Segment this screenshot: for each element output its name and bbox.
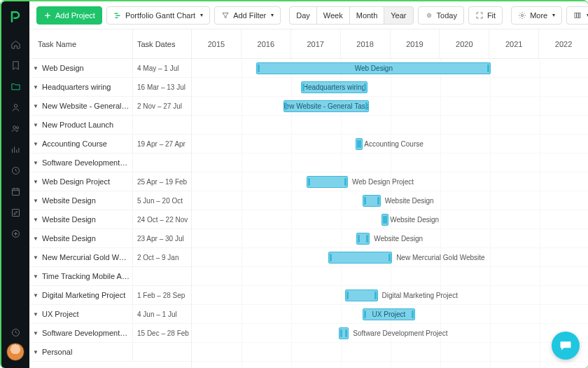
fit-icon — [475, 11, 484, 20]
gantt-bar-label: Website Design — [386, 210, 439, 229]
column-task-dates[interactable]: Task Dates — [132, 29, 191, 58]
expand-toggle[interactable]: ▼ — [29, 217, 42, 223]
gantt-row — [192, 154, 588, 172]
task-dates: 4 Jun – 1 Jul — [132, 305, 191, 323]
scale-week[interactable]: Week — [316, 6, 350, 25]
nav-calendar-icon[interactable] — [1, 181, 29, 202]
svg-point-13 — [522, 14, 524, 16]
nav-history-icon[interactable] — [1, 322, 29, 343]
task-row[interactable]: ▼Software Development Pro…15 Dec – 28 Fe… — [29, 324, 191, 343]
task-row[interactable]: ▼Digital Marketing Project1 Feb – 28 Sep — [29, 286, 191, 305]
expand-toggle[interactable]: ▼ — [29, 273, 42, 280]
sidebar — [1, 1, 29, 368]
year-2020: 2020 — [440, 29, 489, 58]
view-selector[interactable]: Portfolio Gantt Chart ▾ — [106, 6, 210, 25]
nav-bookmark-icon[interactable] — [1, 55, 29, 76]
expand-toggle[interactable]: ▼ — [29, 141, 42, 147]
gantt-row: UX Project — [192, 305, 588, 324]
today-button[interactable]: Today — [418, 6, 464, 25]
task-row[interactable]: ▼Website Design24 Oct – 22 Nov — [29, 210, 191, 229]
expand-toggle[interactable]: ▼ — [29, 198, 42, 204]
task-dates — [132, 267, 191, 285]
user-avatar[interactable] — [6, 343, 24, 361]
expand-toggle[interactable]: ▼ — [29, 311, 42, 318]
timeline-header: 20152016201720182019202020212022 — [192, 29, 588, 59]
layout-button[interactable]: ▾ — [566, 6, 588, 25]
task-row[interactable]: ▼Accounting Course19 Apr – 27 Apr — [29, 135, 191, 154]
gantt-chart[interactable]: 20152016201720182019202020212022 Web Des… — [192, 29, 588, 368]
task-dates: 5 Jun – 20 Oct — [132, 191, 191, 210]
gantt-bar-label: Web Design Project — [348, 172, 414, 191]
task-row[interactable]: ▼Web Design4 May – 1 Jul — [29, 59, 191, 78]
svg-point-2 — [16, 126, 18, 128]
gantt-bar[interactable] — [339, 327, 349, 339]
task-dates: 15 Dec – 28 Feb — [132, 324, 191, 342]
nav-chart-icon[interactable] — [1, 139, 29, 160]
nav-edit-icon[interactable] — [1, 202, 29, 223]
svg-point-1 — [13, 125, 15, 128]
task-row[interactable]: ▼Software Development Co… — [29, 154, 191, 172]
svg-rect-14 — [575, 13, 577, 18]
nav-clock-icon[interactable] — [1, 160, 29, 181]
expand-toggle[interactable]: ▼ — [29, 103, 42, 109]
plus-circle-icon — [10, 229, 21, 239]
gantt-bar[interactable] — [328, 252, 392, 264]
task-row[interactable]: ▼Personal — [29, 343, 191, 362]
column-task-name[interactable]: Task Name — [29, 40, 132, 48]
gantt-bar[interactable]: Headquarters wiring — [301, 81, 367, 93]
expand-toggle[interactable]: ▼ — [29, 330, 42, 336]
gantt-bar[interactable]: New Website - General Tasks — [284, 100, 370, 112]
expand-toggle[interactable]: ▼ — [29, 236, 42, 242]
chat-button[interactable] — [552, 332, 580, 360]
scale-month[interactable]: Month — [349, 6, 385, 25]
fit-button[interactable]: Fit — [468, 6, 503, 25]
task-dates — [132, 154, 191, 172]
task-row[interactable]: ▼Headquarters wiring16 Mar – 13 Jul — [29, 78, 191, 97]
year-2018: 2018 — [341, 29, 391, 58]
expand-toggle[interactable]: ▼ — [29, 65, 42, 71]
expand-toggle[interactable]: ▼ — [29, 84, 42, 90]
chevron-down-icon: ▾ — [200, 12, 203, 18]
task-row[interactable]: ▼New Product Launch — [29, 116, 191, 135]
svg-rect-15 — [577, 13, 579, 18]
task-row[interactable]: ▼Time Tracking Mobile App — [29, 267, 191, 286]
gantt-bar[interactable]: Web Design — [256, 62, 491, 74]
task-row[interactable]: ▼New Mercurial Gold Website2 Oct – 9 Jan — [29, 248, 191, 267]
expand-toggle[interactable]: ▼ — [29, 292, 42, 299]
task-name: Web Design — [42, 64, 132, 72]
expand-toggle[interactable]: ▼ — [29, 254, 42, 261]
nav-users-icon[interactable] — [1, 118, 29, 139]
task-row[interactable]: ▼New Website - General Tasks2 Nov – 27 J… — [29, 97, 191, 116]
gantt-row — [192, 343, 588, 362]
expand-toggle[interactable]: ▼ — [29, 179, 42, 185]
svg-point-12 — [428, 15, 430, 16]
expand-toggle[interactable]: ▼ — [29, 122, 42, 128]
gantt-bar[interactable] — [363, 195, 381, 207]
gantt-bar[interactable] — [307, 176, 348, 188]
expand-toggle[interactable]: ▼ — [29, 160, 42, 166]
gantt-bar[interactable] — [356, 233, 370, 245]
nav-home-icon[interactable] — [1, 34, 29, 55]
add-project-button[interactable]: Add Project — [36, 6, 102, 25]
more-button[interactable]: More ▾ — [511, 6, 562, 25]
gantt-bar[interactable] — [345, 289, 378, 301]
app-logo[interactable] — [8, 10, 22, 24]
nav-folder-icon[interactable] — [1, 76, 29, 97]
gantt-bar[interactable]: UX Project — [363, 308, 416, 320]
scale-day[interactable]: Day — [289, 6, 317, 25]
svg-rect-16 — [579, 13, 580, 18]
task-row[interactable]: ▼UX Project4 Jun – 1 Jul — [29, 305, 191, 324]
year-2015: 2015 — [192, 29, 241, 58]
task-row[interactable]: ▼Web Design Project25 Apr – 19 Feb — [29, 172, 191, 191]
scale-year[interactable]: Year — [384, 6, 413, 25]
fit-label: Fit — [487, 11, 496, 20]
timescale-group: Day Week Month Year — [289, 6, 413, 25]
add-filter-button[interactable]: Add Filter ▾ — [214, 6, 281, 25]
nav-user-icon[interactable] — [1, 97, 29, 118]
expand-toggle[interactable]: ▼ — [29, 349, 42, 355]
task-rows: ▼Web Design4 May – 1 Jul▼Headquarters wi… — [29, 59, 191, 368]
nav-plus-circle-icon[interactable] — [1, 223, 29, 244]
task-row[interactable]: ▼Website Design5 Jun – 20 Oct — [29, 191, 191, 210]
task-row[interactable]: ▼Website Design23 Apr – 30 Jul — [29, 229, 191, 248]
task-dates: 2 Nov – 27 Jul — [132, 97, 191, 115]
